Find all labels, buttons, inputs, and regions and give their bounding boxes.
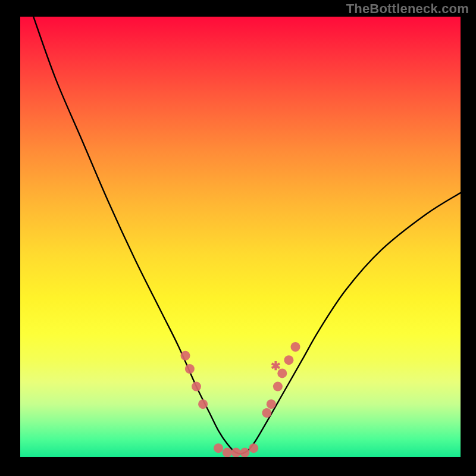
highlight-dot (231, 448, 241, 457)
highlight-dot (284, 355, 293, 365)
bottleneck-curve-line (33, 17, 461, 454)
highlight-dot (214, 443, 223, 453)
watermark-text: TheBottleneck.com (346, 1, 469, 17)
highlight-dot (273, 382, 283, 392)
highlight-dot (223, 448, 232, 457)
highlight-dot (198, 399, 208, 409)
highlight-dot (291, 342, 300, 352)
highlight-dot (181, 351, 190, 361)
highlight-dot (267, 399, 276, 409)
highlight-dot (240, 448, 249, 457)
chart-frame: TheBottleneck.com ✱ (0, 0, 476, 476)
annotations-group: ✱ (271, 359, 281, 372)
highlight-dot (262, 408, 271, 418)
highlight-dot (192, 382, 201, 392)
chart-svg-layer: ✱ (20, 17, 461, 457)
annotation-mark: ✱ (271, 359, 281, 372)
highlight-dots-group (181, 342, 300, 457)
highlight-dot (249, 443, 258, 453)
highlight-dot (185, 364, 195, 374)
